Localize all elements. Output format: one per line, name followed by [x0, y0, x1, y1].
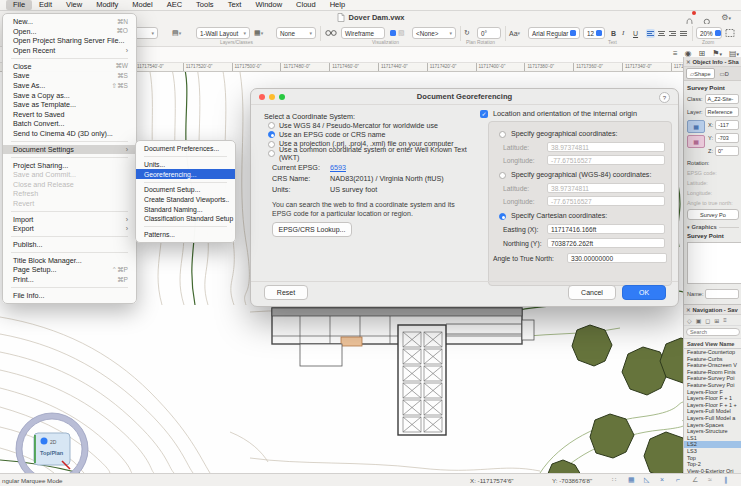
submenu-item[interactable]: Patterns...	[136, 230, 235, 240]
file-menu-item[interactable]: Save as Template...	[3, 100, 136, 110]
file-menu-item[interactable]	[11, 141, 128, 142]
geo-lon-field[interactable]: -77.67516527	[547, 155, 665, 165]
file-menu-item[interactable]: Publish...	[3, 240, 136, 250]
menu-bar-item[interactable]: File	[6, 0, 32, 10]
nav-viewports-icon[interactable]: ◻	[705, 317, 710, 324]
file-menu-item[interactable]	[11, 236, 128, 237]
nav-references-icon[interactable]: ≡	[723, 317, 727, 323]
saved-view-row[interactable]: Layers-Floor F	[684, 389, 741, 396]
menu-bar-item[interactable]: Help	[323, 0, 352, 10]
plan-rotation-field[interactable]: 0°	[477, 27, 501, 39]
geo-lat-field[interactable]: 38.97374811	[547, 142, 665, 152]
font-name-dropdown[interactable]: Arial Regular	[528, 27, 580, 39]
epsg-lookup-button[interactable]: EPSG/CRS Lookup...	[272, 222, 352, 237]
bold-button[interactable]: B	[611, 27, 616, 39]
file-menu-item[interactable]: Revert to Saved	[3, 110, 136, 120]
viewbar-menu-icon[interactable]: ≡	[673, 49, 678, 58]
saved-view-row[interactable]: LS2	[684, 441, 741, 448]
layers-icon[interactable]: ▤▾	[172, 27, 181, 39]
nav-classes-icon[interactable]: ▣	[696, 317, 702, 324]
crs-radio-option[interactable]: Use an EPSG code or CRS name	[268, 131, 488, 138]
render-style-dropdown[interactable]: <None>▾	[412, 27, 456, 39]
saved-view-row[interactable]: Layers-Full Model	[684, 408, 741, 415]
align-center-icon[interactable]	[657, 29, 666, 38]
tab-data[interactable]: ▭ D	[717, 69, 732, 78]
radio-icon[interactable]	[499, 172, 506, 179]
survey-point-button[interactable]: Survey Po	[687, 209, 739, 220]
minimize-traffic-button[interactable]	[269, 94, 275, 100]
menu-bar-item[interactable]: Text	[221, 0, 249, 10]
font-sync-toggle[interactable]	[570, 30, 576, 36]
easting-field[interactable]: 11717416.166ft	[547, 224, 665, 234]
font-style-button[interactable]: Aa▾	[509, 27, 520, 39]
navigation-title-bar[interactable]: ✕ Navigation - Sav	[684, 305, 741, 315]
submenu-item[interactable]: Units...	[136, 160, 235, 170]
file-menu-item[interactable]: Document Settings ›	[3, 145, 136, 155]
close-traffic-button[interactable]	[259, 94, 265, 100]
submenu-item[interactable]: Document Setup...	[136, 185, 235, 195]
saved-view-row[interactable]: LS1	[684, 435, 741, 442]
submenu-item[interactable]: Georeferencing...	[136, 169, 235, 179]
x-field[interactable]: -117	[715, 120, 739, 130]
saved-view-row[interactable]: Feature-Survey Poi	[684, 382, 741, 389]
origin-checkbox-row[interactable]: ✓ Location and orientation of the intern…	[480, 109, 637, 118]
y-field[interactable]: -703	[715, 133, 739, 143]
align-right-icon[interactable]	[668, 29, 677, 38]
snap-parallel-icon[interactable]: ∥	[724, 476, 728, 484]
crs-radio-option[interactable]: Use a common coordinate system or enter …	[268, 150, 488, 157]
radio-icon[interactable]	[499, 131, 506, 138]
file-menu-item[interactable]: Send to Cinema 4D (3D only)...	[3, 129, 136, 139]
visualization-icon[interactable]	[325, 27, 337, 39]
italic-button[interactable]: I	[622, 27, 624, 39]
file-menu-item[interactable]: File Info...	[3, 291, 136, 301]
saved-view-row[interactable]: Top-2	[684, 461, 741, 468]
graphics-disclosure-icon[interactable]: ▾	[687, 224, 690, 230]
file-menu-item[interactable]: Refresh	[3, 189, 136, 199]
file-menu-item[interactable]: Save As... ⇧⌘S	[3, 81, 136, 91]
menu-bar-item[interactable]: Edit	[32, 0, 59, 10]
file-menu-item[interactable]: Open Recent ›	[3, 46, 136, 56]
saved-view-row[interactable]: Feature-Onscreen V	[684, 362, 741, 369]
ok-button[interactable]: OK	[622, 285, 666, 300]
file-menu-item[interactable]	[11, 157, 128, 158]
file-menu-item[interactable]: Close ⌘W	[3, 62, 136, 72]
zoom-traffic-button[interactable]	[279, 94, 285, 100]
name-field[interactable]	[705, 289, 739, 299]
layer-dropdown[interactable]: Reference	[705, 107, 739, 117]
saved-views-search-input[interactable]	[686, 328, 740, 336]
cartesian-coords-radio[interactable]: Specify Cartesian coordinates:	[499, 212, 607, 220]
angle-true-north-field[interactable]: 330.00000000	[567, 253, 667, 263]
compass-2d-toggle[interactable]	[41, 438, 48, 445]
snap-edge-icon[interactable]: ⌐	[676, 476, 680, 483]
saved-view-row[interactable]: Feature-Room Finis	[684, 369, 741, 376]
dialog-title-bar[interactable]: Document Georeferencing	[251, 89, 678, 105]
snap-intersection-icon[interactable]: ×	[660, 476, 664, 483]
saved-view-row[interactable]: Feature-Survey Poi	[684, 375, 741, 382]
file-menu-item[interactable]: Save and Commit...	[3, 170, 136, 180]
font-size-dropdown[interactable]: 12	[583, 27, 605, 39]
menu-bar-item[interactable]: Cloud	[289, 0, 323, 10]
file-menu-item[interactable]: Save ⌘S	[3, 71, 136, 81]
wgs-lon-field[interactable]: -77.67516527	[547, 196, 665, 206]
snap-distance-icon[interactable]: ∠	[692, 476, 698, 484]
checkbox-checked-icon[interactable]: ✓	[480, 110, 488, 118]
close-icon[interactable]: ✕	[686, 59, 691, 65]
saved-view-row[interactable]: Layers-Floor F + 1 +	[684, 402, 741, 409]
file-menu-item[interactable]	[11, 287, 128, 288]
file-menu-item[interactable]: Print... ⌘P	[3, 275, 136, 285]
submenu-item[interactable]	[144, 156, 227, 157]
cancel-button[interactable]: Cancel	[568, 285, 616, 300]
file-menu-item[interactable]: Project Sharing...	[3, 160, 136, 170]
wgs-lat-field[interactable]: 38.97374811	[547, 183, 665, 193]
close-icon[interactable]: ✕	[686, 307, 691, 313]
gear-icon[interactable]: ⚙▾	[721, 13, 731, 22]
underline-button[interactable]: U	[633, 27, 638, 39]
object-info-title-bar[interactable]: ✕ Object Info - Sha	[684, 57, 741, 67]
size-sync-toggle[interactable]	[596, 30, 602, 36]
file-menu-item[interactable]	[11, 252, 128, 253]
submenu-item[interactable]	[144, 182, 227, 183]
file-menu-item[interactable]: Open Project Sharing Server File...	[3, 36, 136, 46]
file-menu-item[interactable]: New... ⌘N	[3, 17, 136, 27]
file-menu-item[interactable]: Page Setup... ⌃⌘P	[3, 265, 136, 275]
menu-bar-item[interactable]: Model	[125, 0, 159, 10]
